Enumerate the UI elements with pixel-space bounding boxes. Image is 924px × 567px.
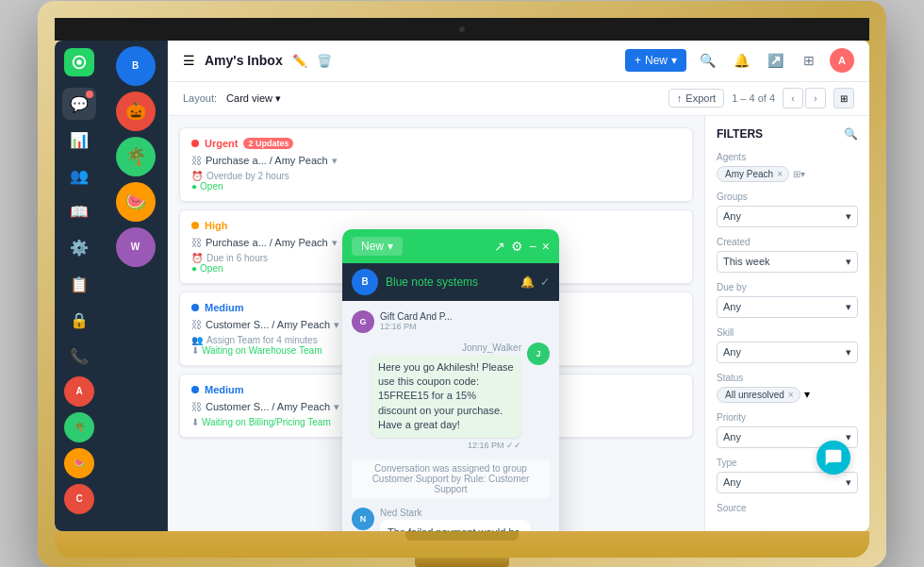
priority-label-medium: Medium (205, 302, 244, 313)
card-title-1: ⛓ Purchase a... / Amy Peach ▾ (191, 155, 681, 167)
due-by-select[interactable]: Any ▾ (717, 296, 858, 318)
page-title: Amy's Inbox (205, 53, 283, 68)
link-icon: ⛓ (191, 401, 202, 412)
chevron-down-icon: ▾ (846, 431, 851, 443)
link-icon: ⛓ (191, 237, 202, 248)
mute-icon[interactable]: 🔔 (520, 275, 535, 289)
close-icon[interactable]: × (542, 239, 550, 254)
priority-dot-urgent (191, 140, 199, 147)
chevron-down-icon: ▾ (846, 476, 851, 489)
status-dot: ● (191, 181, 197, 192)
sidebar-item-reports[interactable]: 📊 (62, 124, 96, 156)
share-button[interactable]: ↗️ (762, 47, 788, 74)
sidebar-item-contacts[interactable]: 👥 (62, 159, 96, 192)
sidebar-item-settings[interactable]: ⚙️ (62, 232, 96, 264)
label-message: G Gift Card And P... 12:16 PM (352, 310, 550, 333)
filter-created: Created This week ▾ (717, 237, 858, 273)
due-icon: ⏰ (191, 253, 203, 263)
agent-avatar-1[interactable]: A (64, 376, 94, 407)
user-avatar[interactable]: A (830, 48, 854, 73)
conv-item-2[interactable]: 🎃 (116, 92, 156, 131)
filter-groups: Groups Any ▾ (717, 192, 858, 227)
chevron-down-icon: ▾ (275, 92, 281, 105)
filter-due-by: Due by Any ▾ (717, 282, 858, 318)
reports-icon: 📊 (70, 131, 89, 149)
chevron-down-icon: ▾ (846, 301, 851, 313)
msg-avatar-gift: G (352, 310, 374, 333)
agents-label: Agents (717, 152, 858, 162)
external-link-icon[interactable]: ↗ (494, 239, 505, 254)
skill-label: Skill (717, 327, 858, 338)
conv-item-1[interactable]: B (116, 46, 156, 86)
conv-item-5[interactable]: W (116, 227, 156, 267)
notifications-button[interactable]: 🔔 (728, 47, 754, 74)
contacts-icon: 👥 (70, 167, 89, 185)
prev-page-button[interactable]: ‹ (783, 88, 803, 108)
view-toggle-button[interactable]: ⊞ (833, 88, 854, 108)
chevron-down-icon: ▾ (846, 210, 851, 223)
new-button[interactable]: + New ▾ (625, 49, 686, 72)
export-button[interactable]: ↑ Export (668, 89, 724, 108)
skill-select[interactable]: Any ▾ (717, 342, 858, 363)
chevron-down-icon: ▾ (846, 346, 851, 359)
filter-skill: Skill Any ▾ (717, 327, 858, 363)
filter-agents: Agents Amy Peach × ⊞▾ (717, 152, 858, 182)
msg-sender-ned: Ned Stark (380, 508, 531, 518)
page-info: 1 – 4 of 4 (732, 92, 775, 104)
msg-system-1: Conversation was assigned to group Custo… (352, 459, 550, 498)
chat-new-button[interactable]: New ▾ (352, 237, 403, 256)
conversation-list: B 🎃 🌴 🍉 W (104, 41, 168, 531)
minimize-icon[interactable]: − (529, 239, 536, 254)
filter-source: Source (717, 503, 858, 513)
grid-button[interactable]: ⊞ (796, 47, 822, 74)
fab-button[interactable] (817, 441, 850, 475)
settings-icon[interactable]: ⚙ (511, 239, 523, 254)
edit-icon[interactable]: ✏️ (292, 54, 307, 68)
due-by-label: Due by (717, 282, 858, 292)
filter-search-icon[interactable]: 🔍 (844, 127, 858, 141)
pagination: ‹ › (783, 88, 826, 108)
chat-actions: 🔔 ✓ (520, 275, 550, 289)
remove-agent-tag[interactable]: × (777, 169, 783, 179)
msg-bubble-1: Here you go Akhilesh! Please use this co… (371, 355, 521, 439)
chat-overlay: New ▾ ↗ ⚙ − × (342, 229, 559, 531)
agent-avatar-4[interactable]: C (64, 484, 94, 514)
priority-label-medium-2: Medium (205, 384, 244, 395)
layout-select[interactable]: Card view ▾ (226, 92, 281, 105)
delete-icon[interactable]: 🗑️ (317, 54, 332, 68)
menu-icon[interactable]: ☰ (183, 53, 195, 68)
priority-dot-medium-2 (191, 386, 199, 393)
sidebar-item-knowledge[interactable]: 📖 (62, 196, 96, 228)
created-label: Created (717, 237, 858, 247)
created-select[interactable]: This week ▾ (717, 251, 858, 273)
status-arrow: ⬇ (191, 417, 199, 427)
team-icon: 👥 (191, 335, 203, 345)
status-tag[interactable]: All unresolved × (717, 387, 800, 403)
sidebar-item-integrations[interactable]: 📋 (62, 268, 96, 300)
conv-item-3[interactable]: 🌴 (116, 137, 156, 176)
filter-options-icon[interactable]: ⊞▾ (793, 169, 805, 179)
search-button[interactable]: 🔍 (694, 47, 720, 74)
sidebar-agent-list: A 🌴 🍉 C (64, 376, 94, 524)
card-1[interactable]: Urgent 2 Updates ⛓ Purchase a... / Amy P… (179, 127, 693, 202)
filters-title: FILTERS (717, 127, 763, 141)
groups-select[interactable]: Any ▾ (717, 206, 858, 227)
filter-status: Status All unresolved × ▾ (717, 373, 858, 403)
remove-status-tag[interactable]: × (788, 390, 794, 400)
sidebar-item-conversations[interactable]: 💬 (62, 88, 96, 120)
type-select[interactable]: Any ▾ (717, 472, 858, 493)
agent-avatar-3[interactable]: 🍉 (64, 448, 94, 478)
sidebar-item-calls[interactable]: 📞 (62, 340, 96, 372)
sidebar-item-security[interactable]: 🔒 (62, 304, 96, 336)
msg-outgoing-1: J Jonny_Walker Here you go Akhilesh! Ple… (352, 342, 550, 451)
sidebar: 💬 📊 👥 📖 ⚙️ 📋 🔒 (55, 41, 104, 531)
next-page-button[interactable]: › (805, 88, 826, 108)
msg-incoming-1: N Ned Stark The failed payment would be … (352, 508, 550, 530)
top-header: ☰ Amy's Inbox ✏️ 🗑️ + New ▾ 🔍 🔔 ↗️ ⊞ (168, 41, 869, 82)
groups-label: Groups (717, 192, 858, 202)
sub-header: Layout: Card view ▾ ↑ Export 1 – 4 of 4 … (168, 82, 869, 116)
agent-tag[interactable]: Amy Peach × (717, 166, 789, 182)
conv-item-4[interactable]: 🍉 (116, 182, 156, 222)
agent-avatar-2[interactable]: 🌴 (64, 412, 94, 442)
checkmark-icon[interactable]: ✓ (540, 275, 550, 289)
